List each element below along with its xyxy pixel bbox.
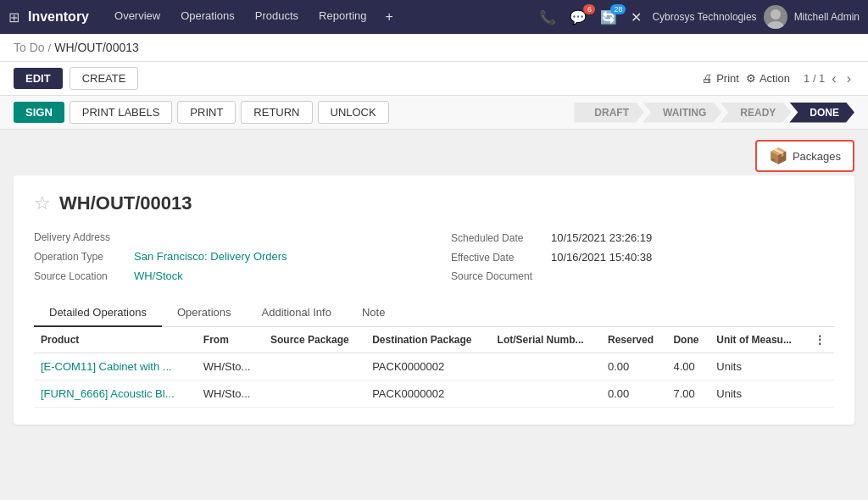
record-title: WH/OUT/00013: [59, 192, 192, 214]
scheduled-date-value: 10/15/2021 23:26:19: [551, 231, 652, 244]
action-bar: EDIT CREATE Print Action 1 / 1 ‹ ›: [0, 62, 868, 96]
breadcrumb-current: WH/OUT/00013: [54, 41, 139, 54]
status-draft: DRAFT: [574, 103, 644, 123]
print-button-sub[interactable]: PRINT: [177, 101, 236, 124]
create-button[interactable]: CREATE: [70, 67, 139, 90]
print-labels-button[interactable]: PRINT LABELS: [70, 101, 173, 124]
source-document-label: Source Document: [451, 270, 544, 282]
top-navigation: ⊞ Inventory Overview Operations Products…: [0, 0, 868, 34]
menu-overview[interactable]: Overview: [106, 6, 169, 28]
settings-icon[interactable]: ✕: [627, 8, 645, 27]
col-product: Product: [34, 327, 197, 353]
cell-lot-1: [491, 381, 601, 408]
packages-button[interactable]: 📦 Packages: [755, 140, 854, 172]
edit-button[interactable]: EDIT: [14, 68, 63, 89]
grid-icon[interactable]: ⊞: [8, 9, 19, 25]
packages-icon: 📦: [769, 147, 787, 165]
breadcrumb-parent[interactable]: To Do: [14, 41, 45, 54]
col-source-package: Source Package: [264, 327, 365, 353]
cell-unit-1: Units: [709, 381, 808, 408]
username[interactable]: Mitchell Admin: [794, 11, 860, 23]
tab-note[interactable]: Note: [347, 299, 400, 327]
operation-type-label: Operation Type: [34, 251, 127, 263]
main-content: 📦 Packages ☆ WH/OUT/00013 Delivery Addre…: [0, 130, 868, 469]
record-card: ☆ WH/OUT/00013 Delivery Address Operatio…: [14, 175, 854, 425]
effective-date-label: Effective Date: [451, 252, 544, 264]
tab-additional-info[interactable]: Additional Info: [247, 299, 347, 327]
cell-from-0: WH/Sto...: [197, 353, 264, 381]
svg-point-0: [771, 9, 781, 19]
field-scheduled-date: Scheduled Date 10/15/2021 23:26:19: [451, 231, 834, 244]
menu-products[interactable]: Products: [247, 6, 307, 28]
packages-btn-area: 📦 Packages: [14, 140, 854, 172]
tabs-bar: Detailed Operations Operations Additiona…: [34, 299, 834, 327]
tab-operations[interactable]: Operations: [162, 299, 247, 327]
main-menu: Overview Operations Products Reporting +: [106, 6, 532, 28]
record-header: ☆ WH/OUT/00013: [34, 192, 834, 214]
favorite-icon[interactable]: ☆: [34, 192, 51, 214]
svg-point-1: [767, 21, 784, 29]
cell-done-0: 4.00: [666, 353, 709, 381]
menu-reporting[interactable]: Reporting: [310, 6, 375, 28]
table-row: [FURN_6666] Acoustic Bl... WH/Sto... PAC…: [34, 381, 834, 408]
cell-source-pkg-1: [264, 381, 365, 408]
return-button[interactable]: RETURN: [241, 101, 312, 124]
delivery-address-label: Delivery Address: [34, 231, 127, 243]
breadcrumb: To Do / WH/OUT/00013: [0, 34, 868, 62]
effective-date-value: 10/16/2021 15:40:38: [551, 251, 652, 264]
pagination: 1 / 1 ‹ ›: [804, 71, 854, 86]
action-button[interactable]: Action: [746, 72, 790, 85]
col-destination-package: Destination Package: [365, 327, 490, 353]
print-button[interactable]: Print: [702, 72, 739, 85]
field-effective-date: Effective Date 10/16/2021 15:40:38: [451, 251, 834, 264]
cell-product-0[interactable]: [E-COM11] Cabinet with ...: [34, 353, 197, 381]
avatar[interactable]: [764, 5, 787, 29]
status-done: DONE: [789, 103, 854, 123]
cell-unit-0: Units: [709, 353, 808, 381]
cell-dest-pkg-1: PACK0000002: [365, 381, 490, 408]
operations-table: Product From Source Package Destination …: [34, 327, 834, 408]
chat-icon[interactable]: 💬 6: [566, 8, 590, 27]
operation-type-value[interactable]: San Francisco: Delivery Orders: [134, 250, 287, 263]
topnav-icons: 📞 💬 6 🔄 28 ✕ Cybrosys Technologies Mitch…: [536, 5, 860, 29]
cell-reserved-1: 0.00: [601, 381, 666, 408]
cell-reserved-0: 0.00: [601, 353, 666, 381]
cell-done-1: 7.00: [666, 381, 709, 408]
sub-action-bar: SIGN PRINT LABELS PRINT RETURN UNLOCK DR…: [0, 96, 868, 130]
pagination-info: 1 / 1: [804, 72, 825, 85]
cell-row-more-1: [808, 381, 834, 408]
tab-detailed-operations[interactable]: Detailed Operations: [34, 299, 162, 327]
col-done: Done: [666, 327, 709, 353]
menu-operations[interactable]: Operations: [172, 6, 243, 28]
activity-icon[interactable]: 🔄 28: [597, 8, 620, 27]
field-delivery-address: Delivery Address: [34, 231, 417, 243]
chat-badge: 6: [583, 4, 595, 14]
sign-button[interactable]: SIGN: [14, 102, 64, 123]
status-waiting: WAITING: [643, 103, 721, 123]
add-menu-button[interactable]: +: [378, 6, 399, 28]
col-lot-serial: Lot/Serial Numb...: [491, 327, 601, 353]
col-unit: Unit of Measu...: [709, 327, 808, 353]
cell-from-1: WH/Sto...: [197, 381, 264, 408]
source-location-value[interactable]: WH/Stock: [134, 269, 183, 282]
cell-dest-pkg-0: PACK0000002: [365, 353, 490, 381]
cell-product-1[interactable]: [FURN_6666] Acoustic Bl...: [34, 381, 197, 408]
prev-page-button[interactable]: ‹: [828, 71, 839, 86]
status-ready: READY: [720, 103, 791, 123]
status-flow: DRAFT WAITING READY DONE: [574, 103, 854, 123]
next-page-button[interactable]: ›: [843, 71, 854, 86]
col-more-options[interactable]: ⋮: [808, 327, 834, 353]
unlock-button[interactable]: UNLOCK: [318, 101, 389, 124]
cell-row-more-0: [808, 353, 834, 381]
source-location-label: Source Location: [34, 270, 127, 282]
field-source-document: Source Document: [451, 270, 834, 282]
col-reserved: Reserved: [601, 327, 666, 353]
table-row: [E-COM11] Cabinet with ... WH/Sto... PAC…: [34, 353, 834, 381]
field-operation-type: Operation Type San Francisco: Delivery O…: [34, 250, 417, 263]
cell-lot-0: [491, 353, 601, 381]
app-brand[interactable]: Inventory: [28, 9, 89, 25]
notif-badge: 28: [610, 4, 626, 14]
record-fields: Delivery Address Operation Type San Fran…: [34, 231, 834, 282]
phone-icon[interactable]: 📞: [536, 8, 559, 27]
field-source-location: Source Location WH/Stock: [34, 269, 417, 282]
